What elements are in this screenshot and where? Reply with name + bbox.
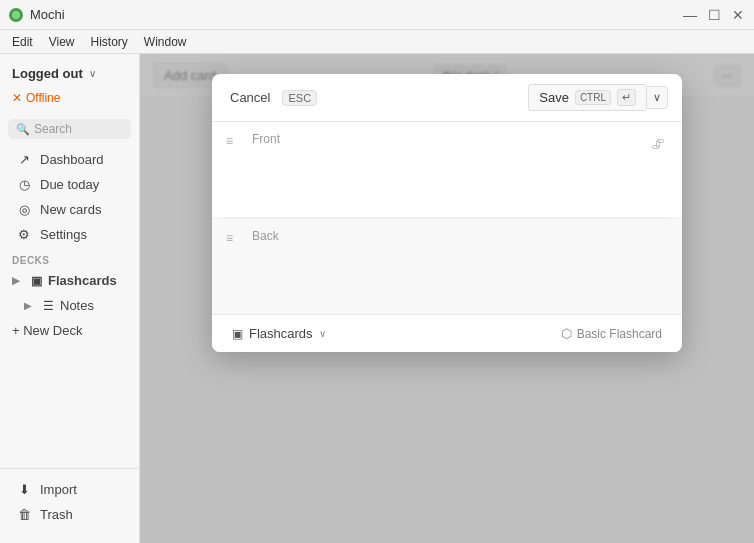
menu-window[interactable]: Window	[136, 33, 195, 51]
sidebar-item-settings[interactable]: ⚙ Settings	[4, 222, 135, 247]
menu-history[interactable]: History	[82, 33, 135, 51]
template-icon: ⬡	[561, 326, 572, 341]
notes-deck-label: Notes	[60, 298, 94, 313]
trash-icon: 🗑	[16, 507, 32, 522]
save-button[interactable]: Save CTRL ↵	[528, 84, 646, 111]
back-field: ≡ Back	[212, 219, 682, 314]
template-name: Basic Flashcard	[577, 327, 662, 341]
deck-item-notes[interactable]: ▶ ☰ Notes	[4, 293, 135, 318]
back-field-content: Back	[252, 229, 668, 304]
title-bar-left: Mochi	[8, 7, 65, 23]
flashcards-deck-label: Flashcards	[48, 273, 117, 288]
front-label-icon: ≡	[226, 134, 242, 150]
flashcards-deck-icon: ▣	[28, 274, 44, 288]
menu-edit[interactable]: Edit	[4, 33, 41, 51]
import-icon: ⬇	[16, 482, 32, 497]
sidebar-bottom: ⬇ Import 🗑 Trash	[0, 468, 139, 535]
menu-bar: Edit View History Window	[0, 30, 754, 54]
import-label: Import	[40, 482, 77, 497]
modal-header: Cancel ESC Save CTRL ↵ ∨	[212, 74, 682, 122]
account-chevron-icon: ∨	[89, 68, 96, 79]
title-bar: Mochi — ☐ ✕	[0, 0, 754, 30]
deck-selector[interactable]: ▣ Flashcards ∨	[226, 323, 332, 344]
trash-label: Trash	[40, 507, 73, 522]
add-card-modal: Cancel ESC Save CTRL ↵ ∨	[212, 74, 682, 352]
search-icon: 🔍	[16, 123, 30, 136]
sidebar-item-dashboard[interactable]: ↗ Dashboard	[4, 147, 135, 172]
app-icon	[8, 7, 24, 23]
notes-deck-icon: ☰	[40, 299, 56, 313]
deck-toggle-icon-notes: ▶	[24, 300, 36, 311]
deck-toggle-icon: ▶	[12, 275, 24, 286]
front-field: ≡ Front 🖇	[212, 122, 682, 217]
account-name: Logged out	[12, 66, 83, 81]
attachment-button[interactable]: 🖇	[648, 134, 668, 154]
content-area: Add card this deck / ··· Cancel ESC Save…	[140, 54, 754, 543]
new-cards-icon: ◎	[16, 202, 32, 217]
new-cards-label: New cards	[40, 202, 101, 217]
dashboard-label: Dashboard	[40, 152, 104, 167]
close-button[interactable]: ✕	[730, 7, 746, 23]
minimize-button[interactable]: —	[682, 7, 698, 23]
sidebar-item-new-cards[interactable]: ◎ New cards	[4, 197, 135, 222]
modal-footer: ▣ Flashcards ∨ ⬡ Basic Flashcard	[212, 314, 682, 352]
settings-icon: ⚙	[16, 227, 32, 242]
modal-overlay: Cancel ESC Save CTRL ↵ ∨	[140, 54, 754, 543]
app-title: Mochi	[30, 7, 65, 22]
search-bar[interactable]: 🔍 Search	[8, 119, 131, 139]
deck-selector-icon: ▣	[232, 327, 243, 341]
front-field-content: Front	[252, 132, 638, 207]
menu-view[interactable]: View	[41, 33, 83, 51]
deck-item-flashcards[interactable]: ▶ ▣ Flashcards	[4, 268, 135, 293]
account-button[interactable]: Logged out ∨	[0, 62, 139, 85]
sidebar-nav: ↗ Dashboard ◷ Due today ◎ New cards ⚙ Se…	[0, 147, 139, 468]
template-button[interactable]: ⬡ Basic Flashcard	[555, 323, 668, 344]
deck-selector-name: Flashcards	[249, 326, 313, 341]
back-label: Back	[252, 229, 668, 243]
ctrl-badge: CTRL	[575, 90, 611, 105]
new-deck-label: + New Deck	[12, 323, 82, 338]
front-textarea[interactable]	[252, 152, 638, 207]
new-deck-item[interactable]: + New Deck	[4, 318, 135, 343]
back-textarea[interactable]	[252, 249, 668, 304]
svg-point-1	[12, 11, 20, 19]
front-label: Front	[252, 132, 638, 146]
offline-text: Offline	[26, 91, 60, 105]
decks-section-label: DECKS	[0, 247, 139, 268]
maximize-button[interactable]: ☐	[706, 7, 722, 23]
save-button-group: Save CTRL ↵ ∨	[528, 84, 668, 111]
offline-icon: ✕	[12, 91, 22, 105]
search-placeholder: Search	[34, 122, 72, 136]
sidebar-item-due-today[interactable]: ◷ Due today	[4, 172, 135, 197]
due-today-icon: ◷	[16, 177, 32, 192]
offline-status: ✕ Offline	[0, 89, 139, 107]
back-label-icon: ≡	[226, 231, 242, 247]
title-bar-controls: — ☐ ✕	[682, 7, 746, 23]
sidebar-item-import[interactable]: ⬇ Import	[4, 477, 135, 502]
sidebar: Logged out ∨ ✕ Offline 🔍 Search ↗ Dashbo…	[0, 54, 140, 543]
save-dropdown-button[interactable]: ∨	[646, 86, 668, 109]
cancel-button[interactable]: Cancel	[226, 88, 274, 107]
due-today-label: Due today	[40, 177, 99, 192]
main-layout: Logged out ∨ ✕ Offline 🔍 Search ↗ Dashbo…	[0, 54, 754, 543]
settings-label: Settings	[40, 227, 87, 242]
esc-badge: ESC	[282, 90, 317, 106]
dashboard-icon: ↗	[16, 152, 32, 167]
save-label: Save	[539, 90, 569, 105]
sidebar-item-trash[interactable]: 🗑 Trash	[4, 502, 135, 527]
enter-badge: ↵	[617, 89, 636, 106]
deck-selector-chevron-icon: ∨	[319, 328, 326, 339]
modal-body: ≡ Front 🖇 ≡ Back	[212, 122, 682, 314]
